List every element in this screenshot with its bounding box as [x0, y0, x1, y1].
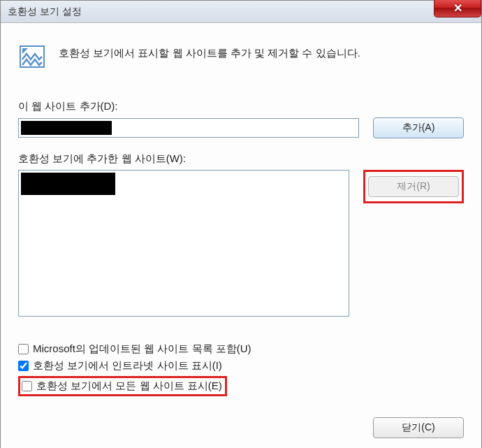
checkbox-all-sites[interactable]: [22, 381, 32, 391]
titlebar: 호환성 보기 설정 ✕: [1, 1, 481, 23]
checkbox-intranet-row: 호환성 보기에서 인트라넷 사이트 표시(I): [18, 359, 251, 373]
websites-list-label: 호환성 보기에 추가한 웹 사이트(W):: [18, 152, 464, 166]
window-title: 호환성 보기 설정: [8, 6, 82, 18]
checkbox-intranet-label: 호환성 보기에서 인트라넷 사이트 표시(I): [33, 359, 222, 373]
checkbox-ms-updates-label: Microsoft의 업데이트된 웹 사이트 목록 포함(U): [33, 342, 251, 356]
remove-highlight: 제거(R): [363, 170, 464, 203]
remove-button[interactable]: 제거(R): [368, 176, 459, 197]
checkbox-all-sites-label: 호환성 보기에서 모든 웹 사이트 표시(E): [36, 380, 222, 393]
list-row: 제거(R): [18, 170, 464, 317]
close-icon: ✕: [453, 1, 462, 15]
checkbox-ms-updates[interactable]: [18, 344, 29, 354]
header-description: 호환성 보기에서 표시할 웹 사이트를 추가 및 제거할 수 있습니다.: [59, 44, 360, 62]
website-input[interactable]: [18, 118, 359, 138]
close-button[interactable]: ✕: [434, 0, 481, 17]
all-sites-highlight: 호환성 보기에서 모든 웹 사이트 표시(E): [18, 376, 227, 396]
checkbox-intranet[interactable]: [18, 361, 29, 371]
dialog-footer: 닫기(C): [373, 417, 464, 438]
dialog-content: 호환성 보기에서 표시할 웹 사이트를 추가 및 제거할 수 있습니다. 이 웹…: [1, 23, 481, 448]
add-input-row: 추가(A): [18, 117, 464, 138]
checkbox-ms-updates-row: Microsoft의 업데이트된 웹 사이트 목록 포함(U): [18, 342, 251, 356]
header-row: 호환성 보기에서 표시할 웹 사이트를 추가 및 제거할 수 있습니다.: [18, 44, 464, 72]
checkbox-section: Microsoft의 업데이트된 웹 사이트 목록 포함(U) 호환성 보기에서…: [18, 342, 251, 400]
websites-listbox[interactable]: [18, 170, 349, 317]
list-item[interactable]: [21, 173, 115, 195]
remove-column: 제거(R): [363, 170, 464, 203]
checkbox-all-sites-row: 호환성 보기에서 모든 웹 사이트 표시(E): [18, 376, 251, 396]
redacted-content: [21, 121, 112, 135]
close-dialog-button[interactable]: 닫기(C): [373, 417, 464, 438]
compatibility-view-settings-dialog: 호환성 보기 설정 ✕ 호환성 보기에서 표시할 웹 사이트를 추가 및 제거할…: [0, 0, 482, 448]
add-button[interactable]: 추가(A): [373, 117, 464, 138]
add-website-label: 이 웹 사이트 추가(D):: [18, 100, 464, 113]
compatibility-icon: [18, 44, 46, 72]
